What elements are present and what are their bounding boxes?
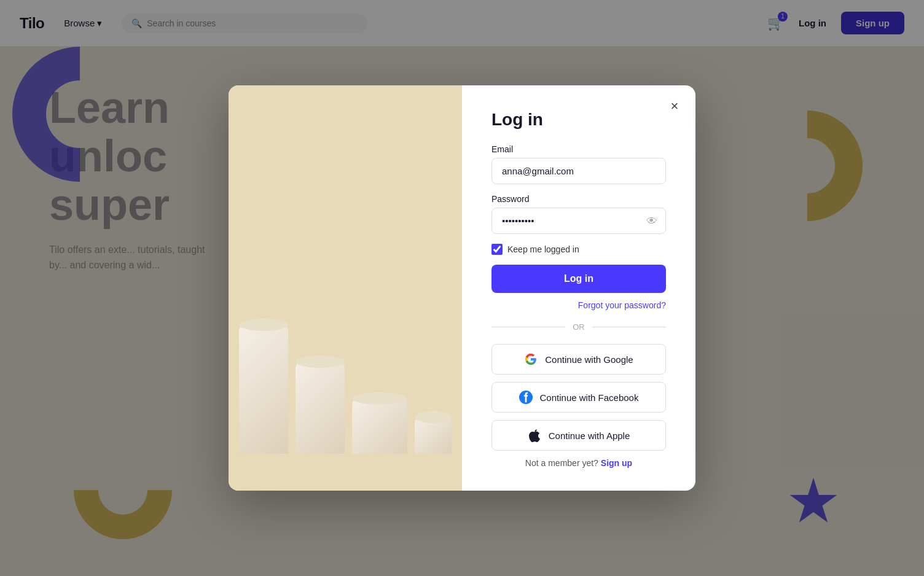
modal-overlay: × Log in Email Password 👁 Keep me logged… <box>0 0 924 576</box>
password-label: Password <box>491 194 666 204</box>
apple-login-button[interactable]: Continue with Apple <box>491 420 666 451</box>
facebook-icon <box>519 391 533 404</box>
email-input[interactable] <box>491 158 666 184</box>
email-label: Email <box>491 144 666 154</box>
password-input[interactable] <box>491 208 666 234</box>
password-form-group: Password 👁 <box>491 194 666 234</box>
cylinder-short <box>352 392 407 454</box>
modal-image-panel <box>229 85 462 491</box>
modal-form-panel: × Log in Email Password 👁 Keep me logged… <box>462 85 695 491</box>
login-submit-button[interactable]: Log in <box>491 265 666 293</box>
facebook-btn-label: Continue with Facebook <box>540 392 639 403</box>
google-btn-label: Continue with Google <box>545 354 633 365</box>
or-divider: OR <box>491 322 666 332</box>
password-wrapper: 👁 <box>491 208 666 234</box>
keep-logged-row: Keep me logged in <box>491 244 666 255</box>
google-icon <box>524 352 538 366</box>
not-member-text: Not a member yet? Sign up <box>491 458 666 468</box>
modal-title: Log in <box>491 110 666 130</box>
cylinder-medium <box>296 356 345 454</box>
eye-toggle-icon[interactable]: 👁 <box>646 214 657 227</box>
keep-logged-checkbox[interactable] <box>491 244 503 255</box>
login-modal: × Log in Email Password 👁 Keep me logged… <box>229 85 695 491</box>
modal-close-button[interactable]: × <box>664 95 686 117</box>
email-form-group: Email <box>491 144 666 184</box>
facebook-login-button[interactable]: Continue with Facebook <box>491 382 666 413</box>
keep-logged-label: Keep me logged in <box>507 244 579 254</box>
apple-icon <box>528 429 541 442</box>
cylinder-tiny <box>415 411 452 454</box>
cylinders-decoration <box>239 319 452 466</box>
google-login-button[interactable]: Continue with Google <box>491 344 666 375</box>
apple-btn-label: Continue with Apple <box>549 430 630 441</box>
signup-link[interactable]: Sign up <box>601 458 632 468</box>
forgot-password-link[interactable]: Forgot your password? <box>491 300 666 310</box>
cylinder-tall <box>239 319 288 454</box>
